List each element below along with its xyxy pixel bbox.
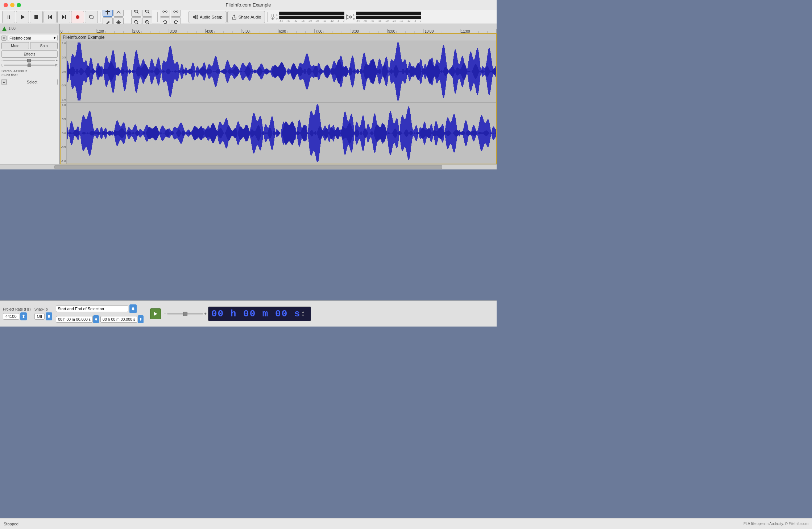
- tracks-wrapper: FileInfo.com Example 1.0 0.5 0.0 -0.5 -1…: [60, 33, 497, 164]
- bottom-controls: Project Rate (Hz) 44100 Snap-To Off: [0, 300, 497, 327]
- track-controls: × FileInfo.com ▾ Mute Solo Effects - + L: [0, 33, 60, 164]
- stop-button[interactable]: [30, 11, 43, 23]
- playback-meter-icon[interactable]: [346, 14, 352, 20]
- share-audio-button[interactable]: Share Audio: [227, 11, 265, 23]
- app-window: FileInfo.com Example ⏸: [0, 0, 497, 327]
- window-title: FileInfo.com Example: [226, 2, 271, 8]
- selection-type-group: Start and End of Selection 00 h 00 m 00.…: [56, 304, 144, 323]
- play-button[interactable]: [16, 11, 29, 23]
- audio-setup-button[interactable]: Audio Setup: [188, 11, 227, 23]
- pan-right-label: R: [55, 63, 58, 67]
- y-axis-top: 1.0 0.5 0.0 -0.5 -1.0: [61, 41, 67, 102]
- play-position-button[interactable]: [150, 308, 161, 319]
- y-axis-bottom: 1.0 0.5 0.0 -0.5 -1.0: [61, 103, 67, 164]
- svg-text:×: ×: [146, 21, 147, 23]
- vu-meters-section: LR -54-48-42-36-30-24-18-12-60: [270, 12, 421, 22]
- record-button[interactable]: [71, 11, 84, 23]
- record-meter-icon[interactable]: [270, 14, 276, 20]
- time-end-arrow[interactable]: [138, 315, 144, 323]
- transport-controls: ⏸: [2, 11, 98, 23]
- background-area: [0, 169, 497, 300]
- track-name-dropdown[interactable]: FileInfo.com ▾: [8, 35, 58, 41]
- speed-slider-thumb[interactable]: [183, 312, 187, 316]
- time-down-arrow[interactable]: ▼: [302, 314, 308, 317]
- project-rate-arrow[interactable]: [20, 312, 27, 320]
- collapse-button[interactable]: ▲: [1, 79, 7, 85]
- svg-rect-25: [163, 11, 164, 12]
- horizontal-scrollbar[interactable]: [0, 164, 497, 169]
- maximize-button[interactable]: [17, 3, 21, 7]
- selection-type-dropdown[interactable]: Start and End of Selection: [56, 305, 128, 312]
- track-title: FileInfo.com Example: [63, 35, 104, 40]
- skip-forward-button[interactable]: [57, 11, 70, 23]
- channel-top: 1.0 0.5 0.0 -0.5 -1.0: [61, 41, 496, 102]
- svg-line-18: [148, 12, 149, 14]
- pause-button[interactable]: ⏸: [2, 11, 15, 23]
- svg-marker-34: [233, 15, 235, 16]
- svg-rect-2: [48, 15, 49, 19]
- svg-marker-41: [2, 26, 7, 31]
- project-rate-label: Project Rate (Hz): [3, 307, 31, 311]
- snap-to-arrow[interactable]: [46, 312, 52, 320]
- sep5: [267, 12, 268, 22]
- svg-marker-3: [49, 15, 52, 19]
- track-dropdown-arrow: ▾: [54, 36, 56, 40]
- time-start-arrow[interactable]: [93, 315, 99, 323]
- gain-max-label: +: [56, 59, 58, 62]
- speed-max: +: [204, 311, 207, 316]
- track-name-row: × FileInfo.com ▾: [1, 35, 58, 41]
- select-btn-row: ▲ Select: [1, 79, 58, 85]
- minimize-button[interactable]: [10, 3, 14, 7]
- waveform-area[interactable]: FileInfo.com Example 1.0 0.5 0.0 -0.5 -1…: [60, 33, 497, 164]
- gain-min-label: -: [1, 59, 3, 62]
- timeline-icon: [2, 26, 7, 31]
- pan-row: L R: [1, 63, 58, 67]
- svg-rect-28: [174, 11, 175, 12]
- waveform-canvas-bottom[interactable]: [67, 103, 497, 164]
- time-display: 00 h 00 m 00 s ▲ ▼: [208, 307, 311, 321]
- audio-setup-label: Audio Setup: [200, 15, 223, 19]
- main-toolbar: ⏸: [0, 10, 497, 24]
- gain-slider[interactable]: [3, 60, 55, 61]
- project-rate-value[interactable]: 44100: [3, 313, 19, 320]
- ruler-right[interactable]: [60, 24, 497, 33]
- svg-marker-33: [193, 15, 196, 19]
- effects-button[interactable]: Effects: [1, 50, 58, 58]
- playposition-group: − + 00 h 00 m 00 s ▲ ▼: [150, 307, 311, 321]
- selection-type-arrow[interactable]: [129, 304, 137, 313]
- gain-row: - +: [1, 59, 58, 62]
- mute-button[interactable]: Mute: [1, 42, 29, 49]
- project-rate-group: Project Rate (Hz) 44100: [3, 307, 31, 320]
- ruler-left-pad: -1:00: [0, 24, 60, 33]
- skip-back-button[interactable]: [44, 11, 57, 23]
- svg-rect-26: [166, 11, 167, 12]
- project-rate-select: 44100: [3, 312, 31, 320]
- snap-to-select: Off: [34, 312, 52, 320]
- pan-slider[interactable]: [4, 65, 54, 66]
- timeline-ruler: -1:00: [0, 24, 497, 33]
- close-button[interactable]: [4, 3, 8, 7]
- track-close-button[interactable]: ×: [1, 36, 7, 41]
- svg-rect-4: [65, 15, 66, 19]
- time-end-input[interactable]: 00 h 00 m 00.000 s: [100, 316, 137, 323]
- time-start-input[interactable]: 00 h 00 m 00.000 s: [56, 316, 93, 323]
- scroll-thumb[interactable]: [54, 165, 442, 169]
- track-mute-solo: Mute Solo: [1, 42, 58, 49]
- snap-to-value[interactable]: Off: [34, 313, 45, 320]
- sep1: [100, 12, 100, 22]
- svg-marker-5: [62, 15, 65, 19]
- sep3: [157, 12, 158, 22]
- loop-button[interactable]: [85, 11, 98, 23]
- pan-thumb[interactable]: [28, 63, 31, 67]
- channel-bottom: 1.0 0.5 0.0 -0.5 -1.0: [61, 103, 496, 164]
- time-up-arrow[interactable]: ▲: [302, 311, 308, 313]
- svg-rect-1: [34, 15, 38, 19]
- sep4: [186, 12, 186, 22]
- svg-point-6: [76, 15, 79, 19]
- svg-rect-35: [272, 14, 273, 17]
- select-button[interactable]: Select: [7, 79, 58, 85]
- waveform-canvas-top[interactable]: [67, 41, 497, 102]
- gain-thumb[interactable]: [27, 59, 31, 62]
- share-icon: [231, 14, 237, 20]
- solo-button[interactable]: Solo: [30, 42, 58, 49]
